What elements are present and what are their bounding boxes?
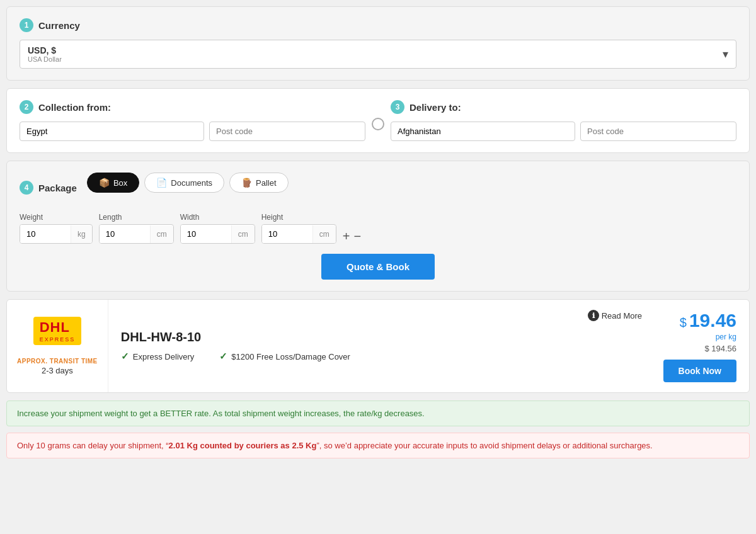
height-input-wrap: cm <box>261 224 336 244</box>
width-group: Width cm <box>180 213 255 244</box>
red-banner: Only 10 grams can delay your shipment, “… <box>6 433 750 458</box>
collection-label: Collection from: <box>38 102 111 113</box>
package-section: 4 Package 📦 Box 📄 Documents 🪵 Pallet Wei… <box>6 161 750 292</box>
weight-label: Weight <box>20 213 93 222</box>
currency-header: 1 Currency <box>20 18 736 32</box>
col-divider <box>372 100 384 130</box>
tab-box[interactable]: 📦 Box <box>87 173 139 193</box>
package-header-row: 4 Package 📦 Box 📄 Documents 🪵 Pallet <box>20 173 736 203</box>
weight-group: Weight kg <box>20 213 93 244</box>
currency-dropdown[interactable]: USD, $ USA Dollar ▾ <box>20 40 736 69</box>
pallet-icon: 🪵 <box>241 178 252 188</box>
width-unit: cm <box>231 225 255 243</box>
documents-icon: 📄 <box>156 178 167 188</box>
dhl-logo-box: DHL EXPRESS <box>33 317 82 345</box>
feature-cover-label: $1200 Free Loss/Damage Cover <box>231 352 350 361</box>
height-unit: cm <box>312 225 336 243</box>
delivery-header: 3 Delivery to: <box>391 100 736 114</box>
book-now-button[interactable]: Book Now <box>663 360 736 382</box>
dhl-logo: DHL EXPRESS <box>33 317 82 345</box>
tab-pallet[interactable]: 🪵 Pallet <box>229 173 289 193</box>
delivery-postcode-input[interactable] <box>580 122 736 141</box>
collection-country-select[interactable]: Egypt USA UK <box>20 122 204 141</box>
collection-header: 2 Collection from: <box>20 100 365 114</box>
feature-express: ✓ Express Delivery <box>121 351 195 362</box>
dhl-logo-text: DHL <box>40 319 76 336</box>
quote-btn-wrap: Quote & Book <box>20 254 736 280</box>
delivery-label: Delivery to: <box>410 102 461 113</box>
add-package-button[interactable]: + <box>343 230 350 242</box>
result-title: DHL-HW-8-10 <box>121 330 569 344</box>
weight-input-wrap: kg <box>20 224 93 244</box>
divider-dot-icon <box>372 118 384 130</box>
collection-fields: Egypt USA UK <box>20 122 365 141</box>
red-banner-text-before: Only 10 grams can delay your shipment, “ <box>17 441 169 450</box>
package-label: Package <box>38 183 77 193</box>
transit-time: 2-3 days <box>42 366 73 375</box>
height-group: Height cm <box>261 213 336 244</box>
quote-book-button[interactable]: Quote & Book <box>321 254 435 280</box>
package-header: 4 Package <box>20 181 77 195</box>
length-label: Length <box>99 213 174 222</box>
length-input[interactable] <box>100 225 150 243</box>
remove-package-button[interactable]: − <box>353 230 361 242</box>
price-display: $ 19.46 <box>680 310 736 331</box>
read-more-area: ℹ Read More <box>581 300 648 392</box>
read-more-label: Read More <box>602 311 642 321</box>
result-details: DHL-HW-8-10 ✓ Express Delivery ✓ $1200 F… <box>108 300 581 392</box>
result-card: DHL EXPRESS APPROX. TRANSIT TIME 2-3 day… <box>6 299 750 393</box>
dhl-express-text: EXPRESS <box>40 336 76 343</box>
tab-pallet-label: Pallet <box>256 178 277 188</box>
tab-documents-label: Documents <box>171 178 212 188</box>
transit-label: APPROX. TRANSIT TIME <box>17 358 98 365</box>
feature-express-label: Express Delivery <box>133 352 195 361</box>
step-badge-2: 2 <box>20 100 33 114</box>
price-total: $ 194.56 <box>704 344 736 353</box>
collection-delivery-section: 2 Collection from: Egypt USA UK 3 Delive… <box>6 88 750 153</box>
read-more-button[interactable]: ℹ Read More <box>588 310 642 321</box>
step-badge-3: 3 <box>391 100 404 114</box>
step-badge-4: 4 <box>20 181 33 195</box>
green-banner-text: Increase your shipment weight to get a B… <box>17 409 425 418</box>
length-group: Length cm <box>99 213 174 244</box>
red-banner-text-bold: 2.01 Kg counted by couriers as 2.5 Kg <box>169 441 317 450</box>
dimensions-row: Weight kg Length cm Width cm Height <box>20 213 736 244</box>
length-unit: cm <box>150 225 173 243</box>
package-tabs: 📦 Box 📄 Documents 🪵 Pallet <box>87 173 289 193</box>
weight-unit: kg <box>71 225 92 243</box>
check-icon-2: ✓ <box>219 351 227 362</box>
height-input[interactable] <box>262 225 312 243</box>
price-per-kg-label: per kg <box>716 332 736 341</box>
check-icon-1: ✓ <box>121 351 129 362</box>
currency-section: 1 Currency USD, $ USA Dollar ▾ <box>6 6 750 81</box>
collection-postcode-input[interactable] <box>209 122 365 141</box>
tab-documents[interactable]: 📄 Documents <box>144 173 224 193</box>
add-remove-package: + − <box>343 230 361 244</box>
delivery-col: 3 Delivery to: Afghanistan USA UK <box>391 100 736 141</box>
red-banner-text-after: ”, so we’d appreciate your accurate inpu… <box>316 441 652 450</box>
collection-delivery-row: 2 Collection from: Egypt USA UK 3 Delive… <box>20 100 736 141</box>
length-input-wrap: cm <box>99 224 174 244</box>
currency-value: USD, $ <box>28 45 62 55</box>
collection-col: 2 Collection from: Egypt USA UK <box>20 100 365 141</box>
height-label: Height <box>261 213 336 222</box>
delivery-fields: Afghanistan USA UK <box>391 122 736 141</box>
weight-input[interactable] <box>20 225 71 243</box>
price-currency-symbol: $ <box>680 315 687 330</box>
price-value: 19.46 <box>689 310 736 331</box>
result-features: ✓ Express Delivery ✓ $1200 Free Loss/Dam… <box>121 351 569 362</box>
feature-cover: ✓ $1200 Free Loss/Damage Cover <box>219 351 350 362</box>
info-icon: ℹ <box>588 310 599 321</box>
currency-label: Currency <box>38 20 80 31</box>
carrier-info: DHL EXPRESS APPROX. TRANSIT TIME 2-3 day… <box>7 300 108 392</box>
width-label: Width <box>180 213 255 222</box>
green-banner: Increase your shipment weight to get a B… <box>6 401 750 426</box>
box-icon: 📦 <box>99 178 110 188</box>
width-input[interactable] <box>181 225 231 243</box>
step-badge-1: 1 <box>20 18 33 32</box>
delivery-country-select[interactable]: Afghanistan USA UK <box>391 122 575 141</box>
tab-box-label: Box <box>113 178 127 188</box>
currency-sub-label: USA Dollar <box>28 55 62 63</box>
width-input-wrap: cm <box>180 224 255 244</box>
result-price: $ 19.46 per kg $ 194.56 Book Now <box>648 300 749 392</box>
